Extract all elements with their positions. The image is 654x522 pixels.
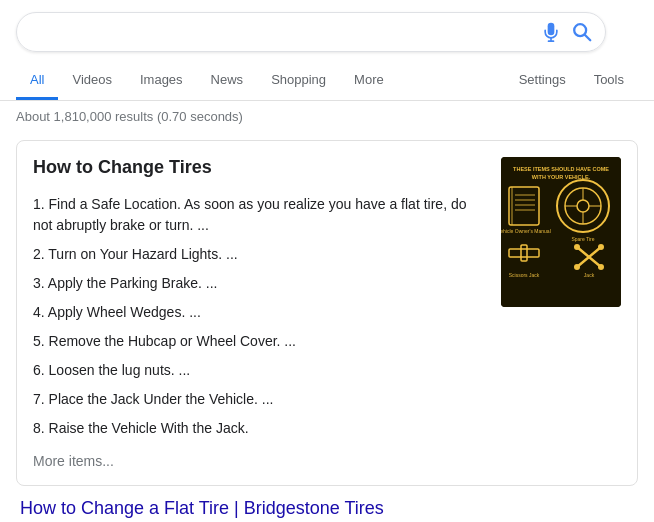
tab-all[interactable]: All (16, 62, 58, 100)
featured-image: THESE ITEMS SHOULD HAVE COME WITH YOUR V… (501, 157, 621, 307)
nav-tabs: All Videos Images News Shopping More Set… (16, 62, 638, 100)
tab-images[interactable]: Images (126, 62, 197, 100)
svg-line-3 (585, 35, 591, 41)
link-result-title[interactable]: How to Change a Flat Tire | Bridgestone … (20, 498, 384, 518)
list-item: 1. Find a Safe Location. As soon as you … (33, 190, 485, 240)
steps-list: 1. Find a Safe Location. As soon as you … (33, 190, 485, 443)
list-item: 3. Apply the Parking Brake. ... (33, 269, 485, 298)
svg-point-27 (598, 244, 604, 250)
tab-shopping[interactable]: Shopping (257, 62, 340, 100)
svg-text:THESE ITEMS SHOULD HAVE COME: THESE ITEMS SHOULD HAVE COME (513, 166, 609, 172)
search-bar-row: steps for changing a car tire (16, 12, 638, 52)
list-item: 4. Apply Wheel Wedges. ... (33, 298, 485, 327)
tab-settings[interactable]: Settings (505, 62, 580, 100)
svg-text:Vehicle Owner's Manual: Vehicle Owner's Manual (501, 228, 551, 234)
more-items-link[interactable]: More items... (33, 453, 485, 469)
svg-rect-8 (511, 187, 513, 225)
results-info: About 1,810,000 results (0.70 seconds) (0, 101, 654, 132)
search-button[interactable] (571, 21, 593, 43)
svg-text:Scissors Jack: Scissors Jack (509, 272, 540, 278)
svg-text:Jack: Jack (584, 272, 595, 278)
tab-videos[interactable]: Videos (58, 62, 126, 100)
nav-right: Settings Tools (505, 62, 638, 100)
tab-more[interactable]: More (340, 62, 398, 100)
link-result: How to Change a Flat Tire | Bridgestone … (16, 498, 638, 522)
search-input[interactable]: steps for changing a car tire (29, 23, 533, 41)
list-item: 7. Place the Jack Under the Vehicle. ... (33, 385, 485, 414)
svg-point-29 (598, 264, 604, 270)
search-header: steps for changing a car tire (0, 0, 654, 101)
list-item: 8. Raise the Vehicle With the Jack. (33, 414, 485, 443)
search-input-wrapper[interactable]: steps for changing a car tire (16, 12, 606, 52)
featured-title: How to Change Tires (33, 157, 485, 178)
list-item: 6. Loosen the lug nuts. ... (33, 356, 485, 385)
featured-result-card: How to Change Tires 1. Find a Safe Locat… (16, 140, 638, 486)
featured-content: How to Change Tires 1. Find a Safe Locat… (33, 157, 485, 469)
svg-point-26 (574, 244, 580, 250)
microphone-icon[interactable] (541, 22, 561, 42)
list-item: 5. Remove the Hubcap or Wheel Cover. ... (33, 327, 485, 356)
tab-tools[interactable]: Tools (580, 62, 638, 100)
tab-news[interactable]: News (197, 62, 258, 100)
svg-text:Spare Tire: Spare Tire (571, 236, 594, 242)
list-item: 2. Turn on Your Hazard Lights. ... (33, 240, 485, 269)
search-icons (541, 21, 593, 43)
svg-point-28 (574, 264, 580, 270)
